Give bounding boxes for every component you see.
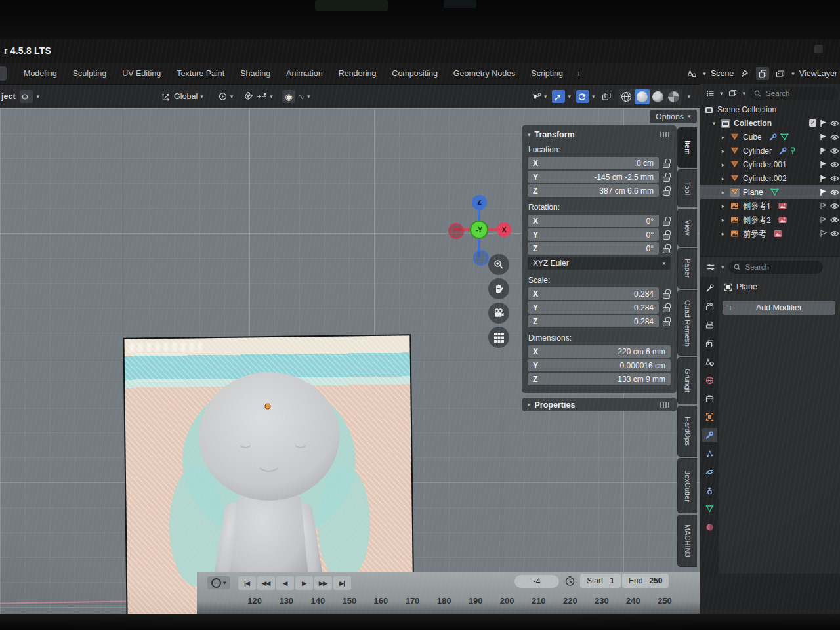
snap-target-dropdown[interactable]: ▾ (257, 93, 273, 100)
tab-render-properties[interactable] (702, 299, 717, 314)
add-modifier-button[interactable]: + Add Modifier (723, 301, 835, 315)
tab-sculpting[interactable]: Sculpting (65, 66, 114, 81)
zoom-button[interactable] (488, 254, 509, 275)
snap-toggle[interactable] (243, 92, 253, 101)
sidebar-tab-machin3[interactable]: MACHIN3 (677, 514, 697, 567)
outliner-row-side-ref-2[interactable]: ▸ 側參考2 (700, 213, 840, 226)
camera-view-button[interactable] (488, 303, 509, 324)
scale-x-field[interactable]: X0.284 (528, 287, 659, 300)
xray-toggle[interactable] (600, 90, 613, 103)
tab-output-properties[interactable] (702, 318, 717, 332)
sidebar-tab-grungit[interactable]: Grungit (677, 357, 697, 404)
current-frame-field[interactable]: -4 (514, 575, 559, 588)
tab-scripting[interactable]: Scripting (523, 66, 571, 81)
chevron-down-icon[interactable]: ▾ (791, 71, 795, 77)
selectable-flag-icon[interactable] (820, 175, 827, 182)
sidebar-tab-hardops[interactable]: HardOps (677, 406, 697, 457)
panel-drag-dots[interactable] (660, 402, 671, 408)
chevron-down-icon[interactable]: ▾ (703, 71, 706, 77)
mode-selector-fragment[interactable]: ject (1, 92, 16, 101)
outliner-row-side-ref-1[interactable]: ▸ 側參考1 (700, 199, 840, 213)
scale-y-field[interactable]: Y0.284 (528, 301, 659, 314)
gizmo-negz-handle[interactable] (473, 250, 489, 266)
properties-collapsed-panel[interactable]: ▸ Properties (522, 398, 677, 411)
rendered-shading-button[interactable] (666, 89, 681, 104)
tab-scene-properties[interactable] (702, 354, 717, 369)
eye-icon[interactable] (830, 148, 839, 154)
properties-search-input[interactable] (744, 262, 793, 272)
gizmos-toggle[interactable]: ▾ (552, 90, 571, 103)
selectable-flag-icon[interactable] (820, 161, 827, 169)
pan-hand-button[interactable] (488, 278, 509, 299)
tab-physics-properties[interactable] (702, 465, 717, 479)
filter-icon[interactable] (726, 87, 740, 100)
viewlayer-name[interactable]: ViewLayer (799, 69, 837, 78)
rotation-x-field[interactable]: X0° (528, 215, 659, 227)
eye-icon[interactable] (830, 230, 839, 237)
wireframe-shading-button[interactable] (619, 89, 634, 104)
eye-icon[interactable] (830, 203, 839, 209)
expand-icon[interactable]: ▸ (720, 230, 726, 237)
tab-modeling[interactable]: Modeling (16, 66, 65, 81)
tab-compositing[interactable]: Compositing (384, 66, 445, 81)
proportional-edit-toggle[interactable]: ◉ ∿ ▾ (282, 90, 310, 103)
tab-rendering[interactable]: Rendering (331, 66, 385, 81)
playback-sync-dropdown[interactable]: ▾ (207, 576, 230, 589)
transform-panel-header[interactable]: ▾ Transform (528, 130, 671, 139)
outliner-search[interactable] (749, 87, 837, 100)
lock-icon[interactable] (663, 303, 671, 312)
ortho-grid-button[interactable] (488, 327, 509, 348)
lock-icon[interactable] (663, 217, 671, 226)
expand-icon[interactable]: ▸ (720, 161, 726, 168)
dimensions-x-field[interactable]: X220 cm 6 mm (528, 345, 671, 358)
add-workspace-button[interactable]: + (571, 67, 587, 80)
selectable-flag-outline-icon[interactable] (820, 230, 827, 238)
expand-icon[interactable]: ▸ (720, 175, 726, 182)
tab-object-properties[interactable] (702, 410, 717, 424)
pivot-point-dropdown[interactable]: ▾ (218, 92, 234, 101)
play-reverse-button[interactable]: ◀ (276, 576, 294, 590)
selectable-flag-icon[interactable] (820, 147, 827, 155)
lock-icon[interactable] (663, 317, 671, 326)
tab-viewlayer-properties[interactable] (702, 336, 717, 350)
editor-type-icon[interactable] (704, 261, 717, 274)
tab-data-properties[interactable] (702, 501, 717, 516)
overlays-toggle[interactable]: ▾ (576, 90, 595, 103)
sidebar-tab-quad-remesh[interactable]: Quad Remesh (677, 290, 697, 356)
tab-texture-paint[interactable]: Texture Paint (169, 66, 232, 81)
tab-collection-properties[interactable] (702, 391, 717, 406)
tab-constraint-properties[interactable] (702, 483, 717, 497)
expand-icon[interactable]: ▸ (720, 203, 726, 209)
location-x-field[interactable]: X0 cm (528, 157, 659, 169)
sidebar-tab-view[interactable]: View (677, 209, 697, 247)
selectable-flag-icon[interactable] (820, 133, 827, 141)
tab-animation[interactable]: Animation (278, 66, 331, 81)
tab-world-properties[interactable] (702, 373, 717, 387)
sidebar-tab-paper[interactable]: Paper (677, 248, 697, 289)
object-origin-dot[interactable] (265, 404, 270, 409)
tab-tool-properties[interactable] (702, 281, 717, 295)
rotation-z-field[interactable]: Z0° (528, 242, 659, 255)
window-control[interactable] (814, 45, 823, 53)
expand-icon[interactable]: ▸ (720, 189, 726, 196)
selectable-flag-icon[interactable] (820, 119, 827, 127)
tab-shading[interactable]: Shading (232, 66, 278, 81)
eye-icon[interactable] (830, 161, 839, 168)
lock-icon[interactable] (663, 186, 671, 196)
display-mode-icon[interactable] (704, 87, 717, 100)
active-workspace-tab-stub[interactable] (0, 66, 7, 81)
object-type-dropdown[interactable] (20, 90, 33, 103)
transform-orientation[interactable]: Global ▾ (161, 92, 203, 101)
eye-icon[interactable] (830, 134, 839, 140)
outliner-row-front-ref[interactable]: ▸ 前參考 (700, 226, 840, 240)
properties-search[interactable] (728, 261, 823, 274)
prev-keyframe-button[interactable]: ◀◀ (257, 576, 275, 590)
scale-z-field[interactable]: Z0.284 (528, 315, 659, 327)
dimensions-y-field[interactable]: Y0.000016 cm (528, 359, 671, 371)
end-frame-field[interactable]: End 250 (622, 574, 669, 588)
tab-geometry-nodes[interactable]: Geometry Nodes (446, 66, 523, 81)
outliner-row-cylinder-001[interactable]: ▸ Cylinder.001 (700, 158, 840, 171)
outliner-row-cube[interactable]: ▸ Cube (700, 130, 840, 144)
eye-icon[interactable] (830, 175, 839, 182)
outliner-row-cylinder-002[interactable]: ▸ Cylinder.002 (700, 171, 840, 185)
